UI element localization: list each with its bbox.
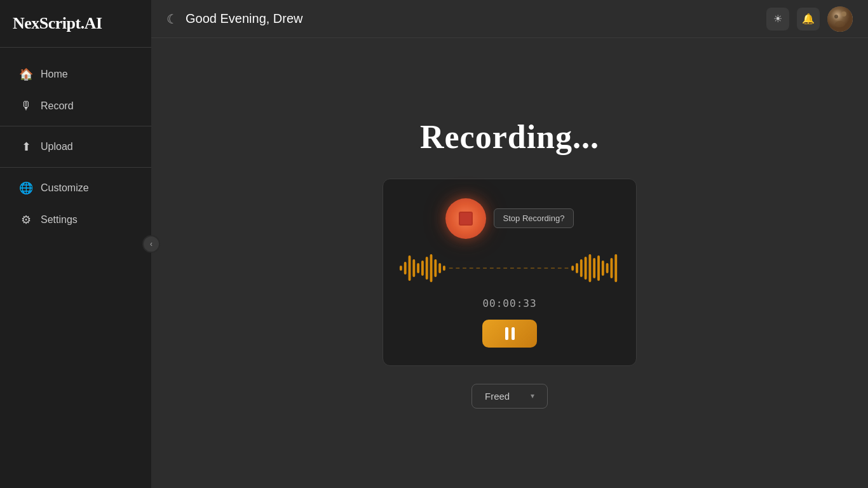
- header: ☾ Good Evening, Drew ☀ 🔔: [151, 0, 868, 38]
- sidebar-item-customize-label: Customize: [41, 182, 89, 194]
- svg-rect-24: [606, 263, 609, 273]
- avatar[interactable]: [827, 6, 853, 32]
- nav-list: 🏠 Home 🎙 Record ⬆ Upload 🌐 Customize ⚙ S…: [0, 48, 151, 488]
- svg-rect-22: [597, 255, 600, 281]
- avatar-image: [827, 6, 853, 32]
- svg-point-1: [834, 15, 838, 18]
- svg-rect-13: [438, 263, 441, 273]
- upload-icon: ⬆: [19, 140, 33, 154]
- theme-toggle-button[interactable]: ☀: [766, 8, 789, 30]
- svg-rect-16: [571, 266, 574, 271]
- sidebar-item-upload[interactable]: ⬆ Upload: [5, 132, 146, 162]
- svg-rect-18: [580, 259, 583, 277]
- sidebar-divider: [0, 126, 151, 126]
- sidebar-item-home[interactable]: 🏠 Home: [5, 59, 146, 90]
- stop-recording-button[interactable]: [445, 198, 486, 239]
- svg-rect-6: [409, 255, 411, 281]
- bell-icon: 🔔: [802, 13, 815, 25]
- sidebar: NexScript.AI 🏠 Home 🎙 Record ⬆ Upload 🌐 …: [0, 0, 151, 488]
- header-left: ☾ Good Evening, Drew: [166, 11, 303, 27]
- svg-rect-10: [426, 257, 428, 280]
- freed-label: Freed: [485, 391, 510, 402]
- stop-recording-tooltip: Stop Recording?: [494, 208, 574, 228]
- home-icon: 🏠: [19, 67, 33, 81]
- recording-card: Stop Recording?: [383, 179, 637, 366]
- pause-bar-left: [505, 327, 508, 340]
- svg-point-2: [841, 11, 846, 17]
- page-title: Recording...: [420, 118, 599, 156]
- pause-bar-right: [512, 327, 515, 340]
- microphone-icon: 🎙: [19, 99, 33, 112]
- svg-point-3: [835, 21, 845, 27]
- svg-rect-20: [588, 254, 591, 282]
- svg-rect-11: [430, 254, 433, 282]
- pause-button[interactable]: [482, 320, 537, 348]
- sidebar-item-record[interactable]: 🎙 Record: [5, 91, 146, 121]
- recording-timer: 00:00:33: [482, 297, 536, 309]
- sidebar-item-customize[interactable]: 🌐 Customize: [5, 173, 146, 203]
- moon-icon: ☾: [166, 11, 178, 27]
- svg-rect-8: [417, 263, 419, 273]
- waveform-container: [398, 249, 621, 287]
- svg-rect-12: [434, 259, 437, 277]
- svg-rect-23: [602, 261, 604, 276]
- gear-icon: ⚙: [19, 213, 33, 227]
- main-content: ☾ Good Evening, Drew ☀ 🔔: [151, 0, 868, 488]
- svg-rect-7: [412, 259, 415, 277]
- sun-icon: ☀: [773, 13, 782, 25]
- sidebar-item-record-label: Record: [41, 100, 74, 112]
- stop-square-icon: [459, 212, 473, 226]
- svg-rect-26: [614, 254, 617, 282]
- svg-rect-9: [421, 261, 424, 276]
- globe-icon: 🌐: [19, 181, 33, 195]
- sidebar-item-upload-label: Upload: [41, 141, 73, 152]
- svg-rect-21: [593, 258, 595, 278]
- svg-rect-4: [400, 266, 402, 271]
- sidebar-item-settings[interactable]: ⚙ Settings: [5, 205, 146, 235]
- svg-rect-25: [610, 258, 613, 278]
- notifications-button[interactable]: 🔔: [797, 8, 820, 30]
- svg-point-0: [827, 6, 853, 32]
- content-area: Recording... Stop Recording?: [151, 38, 868, 488]
- waveform-visualization: [398, 249, 621, 287]
- svg-rect-17: [576, 263, 578, 273]
- header-right: ☀ 🔔: [766, 6, 853, 32]
- svg-rect-5: [404, 262, 407, 274]
- greeting-text: Good Evening, Drew: [186, 11, 303, 26]
- chevron-down-icon: ▾: [531, 391, 534, 400]
- logo: NexScript.AI: [0, 0, 151, 48]
- sidebar-divider-2: [0, 167, 151, 168]
- sidebar-item-settings-label: Settings: [41, 214, 78, 226]
- freed-dropdown[interactable]: Freed ▾: [471, 384, 548, 409]
- sidebar-item-home-label: Home: [41, 69, 68, 80]
- svg-rect-14: [443, 266, 445, 271]
- stop-row: Stop Recording?: [445, 198, 574, 239]
- sidebar-collapse-button[interactable]: ‹: [142, 235, 160, 253]
- svg-rect-19: [585, 257, 587, 280]
